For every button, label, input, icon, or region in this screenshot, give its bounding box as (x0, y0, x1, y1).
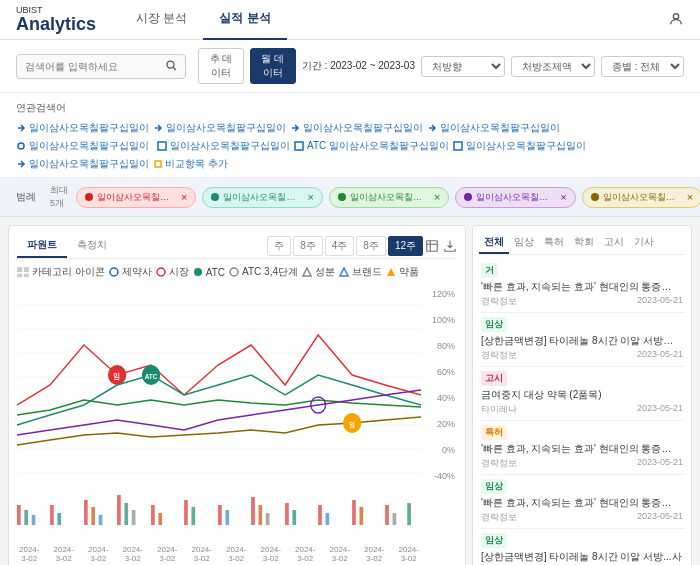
svg-rect-12 (24, 267, 29, 272)
pill-yellow[interactable]: 일이삼사오목칠팔구십일이 × (582, 187, 700, 208)
svg-rect-39 (32, 515, 36, 525)
category-select[interactable]: 종별 : 전체 (601, 56, 684, 77)
main-content: 파원트 측정치 주 8주 4주 8주 12주 카테고리 아이콘 (0, 217, 700, 565)
pill-close-teal[interactable]: × (307, 192, 313, 203)
y-label: 20% (423, 419, 455, 429)
svg-rect-58 (292, 510, 296, 525)
time-btn-12w[interactable]: 12주 (388, 236, 423, 256)
svg-marker-21 (387, 268, 395, 276)
related-tag[interactable]: ATC 일이삼사오목칠팔구십일이 (294, 139, 449, 153)
svg-rect-52 (218, 505, 222, 525)
news-tab-academic[interactable]: 학회 (569, 232, 599, 254)
related-tag[interactable]: 일이삼사오목칠팔구십일이 (16, 139, 149, 153)
nav-tab-performance[interactable]: 실적 분석 (203, 0, 286, 40)
related-area: 연관검색어 일이삼사오목칠팔구십일이 일이삼사오목칠팔구십일이 일이삼사오목칠팔… (0, 93, 700, 178)
news-title: '빠른 효과, 지속되는 효과' 현대인의 통증… (481, 280, 683, 293)
extra-data-button[interactable]: 추 데이터 (198, 48, 244, 84)
time-btn-8w2[interactable]: 8주 (356, 236, 386, 256)
related-tag[interactable]: 일이삼사오목칠팔구십일이 (427, 121, 560, 135)
news-tab-exam[interactable]: 고시 (599, 232, 629, 254)
pill-close-green[interactable]: × (434, 192, 440, 203)
cat-filter-ingredient[interactable]: 성분 (302, 265, 335, 279)
cat-filter-brand[interactable]: 브랜드 (339, 265, 382, 279)
nav-tab-market[interactable]: 시장 분석 (120, 0, 203, 40)
chart-icons (425, 239, 457, 253)
cat-filter-atc34[interactable]: ATC 3,4단계 (229, 265, 298, 279)
direction-select[interactable]: 처방향 처방조제액 (421, 56, 505, 77)
news-title: [상한금액변경] 타이레놀 8시간 이알 서방...사비… (481, 550, 683, 565)
add-compare-button[interactable]: 비교항목 추가 (153, 157, 228, 171)
pills-sublabel: 최대 5개 (50, 184, 70, 210)
related-tag[interactable]: 일이삼사오목칠팔구십일이 (16, 157, 149, 171)
related-tag[interactable]: 일이삼사오목칠팔구십일이 (153, 121, 286, 135)
cat-filter-pharma[interactable]: 제약사 (109, 265, 152, 279)
news-item[interactable]: 임상 '빠른 효과, 지속되는 효과' 현대인의 통증… 경락정보 2023-0… (479, 475, 685, 529)
category-filters: 카테고리 아이콘 제약사 시장 ATC ATC 3,4단계 성분 (17, 265, 457, 279)
news-item[interactable]: 임상 [상한금액변경] 타이레놀 8시간 이알 서방...사비… 경락정보 20… (479, 529, 685, 565)
related-tag[interactable]: 일이삼사오목칠팔구십일이 (453, 139, 586, 153)
svg-rect-44 (99, 515, 103, 525)
user-icon[interactable] (668, 11, 684, 27)
x-label: 2024-3-02 (226, 545, 246, 563)
svg-rect-53 (225, 510, 229, 525)
filter-group: 추 데이터 월 데이터 기간 : 2023-02 ~ 2023-03 처방향 처… (198, 48, 684, 84)
news-item[interactable]: 고시 금여중지 대상 약목 (2품목) 타이레나 2023-05-21 (479, 367, 685, 421)
x-label: 2024-3-02 (54, 545, 74, 563)
svg-rect-56 (266, 513, 270, 525)
related-tag[interactable]: 일이삼사오목칠팔구십일이 (157, 139, 290, 153)
pill-green[interactable]: 일이삼사오목칠팔구십일이 × (329, 187, 449, 208)
svg-text:임: 임 (349, 421, 356, 429)
pill-red[interactable]: 일이삼사오목칠팔구십일이 × (76, 187, 196, 208)
svg-rect-42 (84, 500, 88, 525)
chart-tab-measure[interactable]: 측정치 (67, 234, 117, 258)
monthly-data-button[interactable]: 월 데이터 (250, 48, 296, 84)
x-label: 2024-3-02 (330, 545, 350, 563)
pill-purple[interactable]: 일이삼사오목칠팔구십일이 × (455, 187, 575, 208)
cat-filter-drug[interactable]: 약품 (386, 265, 419, 279)
cat-filter-icon[interactable]: 카테고리 아이콘 (17, 265, 105, 279)
line-chart-svg: 임 ATC 임 (17, 285, 421, 485)
svg-point-17 (194, 268, 202, 276)
cat-filter-atc[interactable]: ATC (193, 267, 225, 278)
bar-chart-svg (17, 485, 421, 545)
svg-rect-63 (385, 505, 389, 525)
time-btn-4w[interactable]: 4주 (325, 236, 355, 256)
chart-time-group: 주 8주 4주 8주 12주 (267, 234, 457, 258)
pill-close-purple[interactable]: × (560, 192, 566, 203)
news-tab-all[interactable]: 전체 (479, 232, 509, 254)
news-tab-clinical[interactable]: 임상 (509, 232, 539, 254)
download-icon[interactable] (443, 239, 457, 253)
y-axis-labels: 120% 100% 80% 60% 40% 20% 0% -40% (421, 285, 457, 485)
svg-marker-20 (340, 268, 348, 276)
prescription-select[interactable]: 처방조제액 (511, 56, 595, 77)
search-input[interactable] (25, 61, 165, 72)
svg-rect-5 (295, 142, 303, 150)
news-item[interactable]: 임상 [상한금액변경] 타이레놀 8시간 이알 서방… 경락정보 2023-05… (479, 313, 685, 367)
time-btn-8w1[interactable]: 8주 (293, 236, 323, 256)
pill-dot-red (85, 193, 93, 201)
header-right (668, 11, 684, 29)
pill-close-yellow[interactable]: × (687, 192, 693, 203)
svg-rect-50 (184, 500, 188, 525)
pill-close-red[interactable]: × (181, 192, 187, 203)
cat-filter-market[interactable]: 시장 (156, 265, 189, 279)
time-btn-week[interactable]: 주 (267, 236, 291, 256)
svg-point-18 (230, 268, 238, 276)
x-label: 2024-3-02 (19, 545, 39, 563)
news-item[interactable]: 특허 '빠른 효과, 지속되는 효과' 현대인의 통증… 경락정보 2023-0… (479, 421, 685, 475)
news-meta: 경락정보 2023-05-21 (481, 457, 683, 470)
chart-tab-percent[interactable]: 파원트 (17, 234, 67, 258)
search-button[interactable] (165, 59, 177, 74)
y-label: 40% (423, 393, 455, 403)
related-tag[interactable]: 일이삼사오목칠팔구십일이 (290, 121, 423, 135)
search-box[interactable] (16, 54, 186, 79)
svg-text:ATC: ATC (145, 373, 158, 380)
related-tag[interactable]: 일이삼사오목칠팔구십일이 (16, 121, 149, 135)
news-tab-article[interactable]: 기사 (629, 232, 659, 254)
news-item[interactable]: 거 '빠른 효과, 지속되는 효과' 현대인의 통증… 경락정보 2023-05… (479, 259, 685, 313)
pill-teal[interactable]: 일이삼사오목칠팔구십일이 × (202, 187, 322, 208)
table-icon[interactable] (425, 239, 439, 253)
news-tab-patent[interactable]: 특허 (539, 232, 569, 254)
related-label: 연관검색어 (16, 99, 66, 115)
svg-rect-4 (158, 142, 166, 150)
